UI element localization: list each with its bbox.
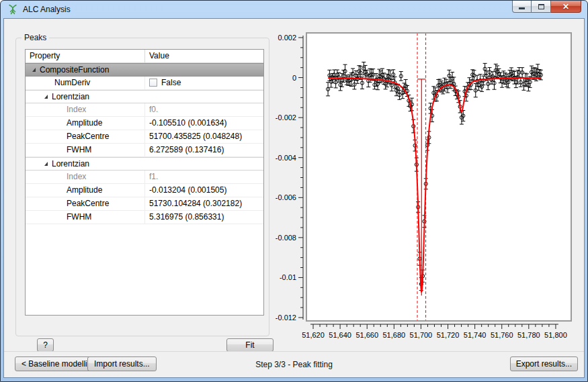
minimize-button[interactable] <box>512 1 532 13</box>
table-header-row: Property Value <box>26 50 263 63</box>
svg-text:-0.008: -0.008 <box>276 234 296 242</box>
tree-item-row[interactable]: Amplitude-0.013204 (0.001505) <box>26 184 263 197</box>
property-name: Amplitude <box>26 184 145 197</box>
footer-bar: < Baseline modelling Import results... S… <box>4 351 584 377</box>
svg-text:-0.012: -0.012 <box>276 314 296 322</box>
group-label: CompositeFunction <box>40 64 109 77</box>
svg-text:51,740: 51,740 <box>464 331 487 339</box>
collapse-arrow-icon[interactable] <box>32 68 36 72</box>
export-results-button[interactable]: Export results... <box>510 356 578 371</box>
property-name: FWHM <box>26 211 145 224</box>
property-name: Index <box>26 171 145 183</box>
svg-text:0: 0 <box>292 74 296 82</box>
step-label: Step 3/3 - Peak fitting <box>4 360 584 369</box>
close-button[interactable]: ✕ <box>551 1 581 13</box>
tree-item-row[interactable]: NumDerivFalse <box>26 77 263 90</box>
property-value[interactable]: f1. <box>145 171 263 183</box>
checkbox[interactable] <box>149 79 157 87</box>
svg-text:51,800: 51,800 <box>544 331 567 339</box>
help-button[interactable]: ? <box>37 338 54 352</box>
window-controls: ✕ <box>512 1 581 13</box>
property-value[interactable]: -0.013204 (0.001505) <box>145 184 263 197</box>
property-name: PeakCentre <box>26 197 145 210</box>
property-value[interactable]: 51700.435825 (0.048248) <box>145 130 263 143</box>
maximize-button[interactable] <box>532 1 551 13</box>
close-icon: ✕ <box>562 3 569 11</box>
svg-text:51,660: 51,660 <box>355 331 378 339</box>
svg-text:51,620: 51,620 <box>302 331 325 339</box>
tree-item-row[interactable]: Indexf1. <box>26 171 263 184</box>
tree-item-row[interactable]: Amplitude-0.105510 (0.001634) <box>26 117 263 130</box>
svg-text:-0.01: -0.01 <box>280 273 296 281</box>
property-value[interactable]: False <box>145 77 263 89</box>
tree-group-row[interactable]: Lorentzian <box>26 90 263 103</box>
svg-text:51,680: 51,680 <box>383 331 406 339</box>
maximize-icon <box>538 4 544 9</box>
peaks-groupbox: Peaks Property Value CompositeFunctionNu… <box>15 38 269 336</box>
tree-item-row[interactable]: FWHM6.272589 (0.137416) <box>26 144 263 157</box>
alc-analysis-window: ALC Analysis ✕ Peaks Property Value Comp… <box>0 0 588 382</box>
checkbox-label: False <box>161 78 181 87</box>
mantid-logo-icon <box>7 4 18 15</box>
property-name: NumDeriv <box>26 77 145 89</box>
svg-text:51,700: 51,700 <box>410 331 433 339</box>
property-name: FWHM <box>26 144 145 156</box>
dialog-content: Peaks Property Value CompositeFunctionNu… <box>3 18 585 378</box>
alc-plot[interactable]: 51,62051,64051,66051,68051,70051,72051,7… <box>273 26 582 346</box>
property-value[interactable]: -0.105510 (0.001634) <box>145 117 263 130</box>
property-value[interactable]: 5.316975 (0.856331) <box>145 211 263 224</box>
svg-text:51,760: 51,760 <box>491 331 513 339</box>
svg-text:51,780: 51,780 <box>517 331 540 339</box>
tree-group-row[interactable]: Lorentzian <box>26 157 263 171</box>
tree-item-row[interactable]: PeakCentre51730.104284 (0.302182) <box>26 197 263 211</box>
peaks-table-body: CompositeFunctionNumDerivFalseLorentzian… <box>26 63 263 315</box>
svg-text:0.002: 0.002 <box>278 34 296 42</box>
tree-item-row[interactable]: PeakCentre51700.435825 (0.048248) <box>26 130 263 144</box>
peaks-groupbox-label: Peaks <box>22 33 49 42</box>
svg-text:-0.004: -0.004 <box>276 154 296 162</box>
tree-item-row[interactable]: FWHM5.316975 (0.856331) <box>26 211 263 224</box>
svg-text:51,640: 51,640 <box>329 331 351 339</box>
group-label: Lorentzian <box>52 158 89 171</box>
peaks-property-table[interactable]: Property Value CompositeFunctionNumDeriv… <box>25 49 264 316</box>
column-header-value[interactable]: Value <box>145 50 263 62</box>
property-value[interactable]: 51730.104284 (0.302182) <box>145 197 263 210</box>
group-label: Lorentzian <box>52 91 89 103</box>
minimize-icon <box>519 7 525 9</box>
tree-group-row[interactable]: CompositeFunction <box>26 63 263 77</box>
fit-button[interactable]: Fit <box>226 338 274 352</box>
svg-text:51,720: 51,720 <box>437 331 460 339</box>
column-header-property[interactable]: Property <box>26 50 145 62</box>
collapse-arrow-icon[interactable] <box>44 95 48 99</box>
window-title: ALC Analysis <box>23 5 71 14</box>
svg-text:-0.006: -0.006 <box>276 193 296 201</box>
property-name: PeakCentre <box>26 130 145 143</box>
property-name: Amplitude <box>26 117 145 130</box>
title-bar[interactable]: ALC Analysis ✕ <box>1 1 587 18</box>
svg-text:-0.002: -0.002 <box>276 113 296 122</box>
collapse-arrow-icon[interactable] <box>44 162 48 166</box>
property-value[interactable]: f0. <box>145 103 263 116</box>
tree-item-row[interactable]: Indexf0. <box>26 103 263 117</box>
property-value[interactable]: 6.272589 (0.137416) <box>145 144 263 156</box>
property-name: Index <box>26 103 145 116</box>
